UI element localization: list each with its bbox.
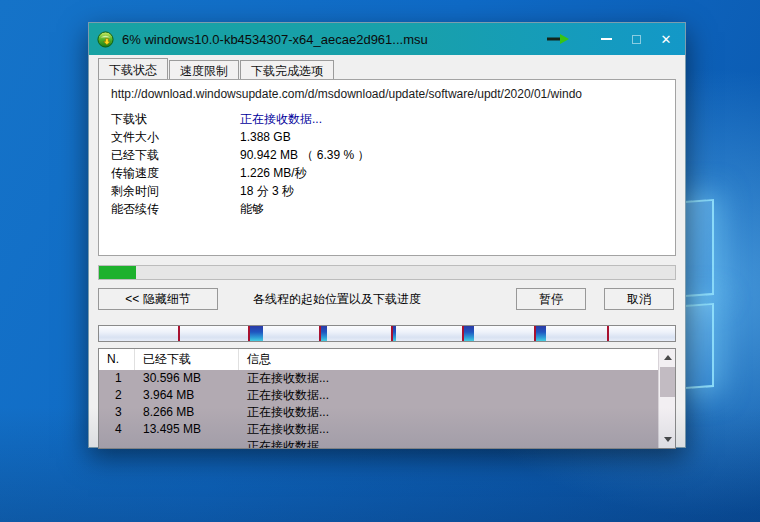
field-label-status: 下载状: [111, 110, 240, 128]
table-row[interactable]: 正在接收数据...: [99, 438, 658, 449]
field-label-downloaded: 已经下载: [111, 146, 240, 164]
cancel-button[interactable]: 取消: [604, 288, 674, 310]
cell-downloaded: 8.266 MB: [135, 404, 239, 421]
thread-marker: [534, 326, 546, 341]
cell-downloaded: [135, 438, 239, 449]
threads-table: N. 已经下载 信息 130.596 MB正在接收数据... 23.964 MB…: [98, 348, 676, 449]
minimize-icon: [601, 38, 612, 40]
field-value-filesize: 1.388 GB: [240, 128, 663, 146]
status-panel: http://download.windowsupdate.com/d/msdo…: [98, 79, 676, 256]
table-header-row: N. 已经下载 信息: [99, 349, 675, 370]
field-value-speed: 1.226 MB/秒: [240, 164, 663, 182]
field-label-speed: 传输速度: [111, 164, 240, 182]
field-value-time-left: 18 分 3 秒: [240, 182, 663, 200]
field-value-downloaded: 90.942 MB （ 6.39 % ）: [240, 146, 663, 164]
button-row: << 隐藏细节 各线程的起始位置以及下载进度 暂停 取消: [98, 288, 676, 310]
download-url: http://download.windowsupdate.com/d/msdo…: [111, 87, 663, 101]
scroll-up-icon: [664, 355, 672, 360]
minimize-button[interactable]: [591, 23, 621, 55]
field-label-resume: 能否续传: [111, 200, 240, 218]
forward-arrow-icon[interactable]: [547, 34, 569, 44]
cell-downloaded: 3.964 MB: [135, 387, 239, 404]
maximize-icon: [632, 35, 641, 44]
scroll-down-button[interactable]: [659, 431, 676, 448]
thread-marker: [248, 326, 263, 341]
pause-button[interactable]: 暂停: [516, 288, 586, 310]
field-value-status: 正在接收数据...: [240, 110, 663, 128]
windows-logo-pane: [684, 199, 714, 297]
hide-details-button[interactable]: << 隐藏细节: [98, 288, 218, 310]
tab-download-status[interactable]: 下载状态: [98, 58, 168, 79]
thread-marker: [607, 326, 609, 341]
scrollbar-thumb[interactable]: [660, 367, 675, 397]
window-title: 6% windows10.0-kb4534307-x64_aecae2d961.…: [122, 32, 547, 47]
table-row[interactable]: 130.596 MB正在接收数据...: [99, 370, 658, 387]
cell-info: 正在接收数据...: [239, 387, 658, 404]
header-downloaded: 已经下载: [135, 349, 239, 370]
tab-download-complete-options[interactable]: 下载完成选项: [240, 60, 334, 79]
titlebar[interactable]: 6% windows10.0-kb4534307-x64_aecae2d961.…: [89, 23, 685, 55]
idm-download-window: 6% windows10.0-kb4534307-x64_aecae2d961.…: [88, 22, 686, 448]
windows-logo-pane: [684, 303, 714, 389]
idm-logo-icon: [97, 31, 114, 48]
cell-n: 3: [99, 404, 135, 421]
table-row[interactable]: 38.266 MB正在接收数据...: [99, 404, 658, 421]
scroll-up-button[interactable]: [659, 349, 676, 366]
close-button[interactable]: ✕: [651, 23, 681, 55]
close-icon: ✕: [661, 32, 672, 47]
progress-bar: [98, 265, 676, 280]
tab-speed-limit[interactable]: 速度限制: [169, 60, 239, 79]
client-area: 下载状态 速度限制 下载完成选项 http://download.windows…: [89, 58, 685, 449]
cell-n: 2: [99, 387, 135, 404]
cell-n: 1: [99, 370, 135, 387]
scroll-down-icon: [664, 437, 672, 442]
tab-bar: 下载状态 速度限制 下载完成选项: [98, 58, 676, 79]
cell-downloaded: 13.495 MB: [135, 421, 239, 438]
cell-info: 正在接收数据...: [239, 370, 658, 387]
field-label-time-left: 剩余时间: [111, 182, 240, 200]
table-row[interactable]: 413.495 MB正在接收数据...: [99, 421, 658, 438]
desktop-background: 6% windows10.0-kb4534307-x64_aecae2d961.…: [0, 0, 760, 522]
threads-caption: 各线程的起始位置以及下载进度: [218, 291, 516, 308]
field-value-resume: 能够: [240, 200, 663, 218]
cell-info: 正在接收数据...: [239, 421, 658, 438]
thread-marker: [391, 326, 396, 341]
header-info: 信息: [239, 349, 675, 370]
field-label-filesize: 文件大小: [111, 128, 240, 146]
table-scrollbar[interactable]: [658, 349, 675, 448]
table-row[interactable]: 23.964 MB正在接收数据...: [99, 387, 658, 404]
thread-marker: [319, 326, 327, 341]
cell-info: 正在接收数据...: [239, 438, 658, 449]
thread-marker: [178, 326, 180, 341]
thread-marker: [462, 326, 474, 341]
cell-n: 4: [99, 421, 135, 438]
cell-info: 正在接收数据...: [239, 404, 658, 421]
maximize-button[interactable]: [621, 23, 651, 55]
header-n: N.: [99, 349, 135, 370]
thread-progress-bar: [98, 325, 676, 342]
cell-downloaded: 30.596 MB: [135, 370, 239, 387]
table-body: 130.596 MB正在接收数据... 23.964 MB正在接收数据... 3…: [99, 370, 658, 449]
cell-n: [99, 438, 135, 449]
progress-fill: [99, 266, 136, 279]
